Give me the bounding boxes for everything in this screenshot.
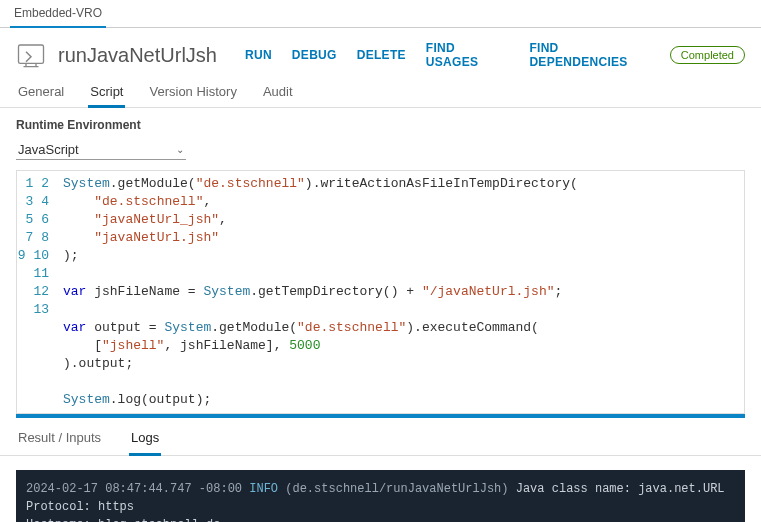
- svg-rect-0: [19, 45, 44, 63]
- tab-audit[interactable]: Audit: [261, 78, 295, 108]
- line-gutter: 1 2 3 4 5 6 7 8 9 10 11 12 13: [17, 171, 57, 413]
- status-badge: Completed: [670, 46, 745, 64]
- runtime-value: JavaScript: [18, 142, 79, 157]
- top-tab-bar: Embedded-VRO: [0, 0, 761, 28]
- delete-button[interactable]: DELETE: [357, 48, 406, 62]
- run-button[interactable]: RUN: [245, 48, 272, 62]
- sub-tabs: General Script Version History Audit: [0, 78, 761, 108]
- find-usages-button[interactable]: FIND USAGES: [426, 41, 510, 69]
- result-tabs: Result / Inputs Logs: [0, 418, 761, 456]
- tab-embedded-vro[interactable]: Embedded-VRO: [10, 0, 106, 28]
- action-icon: [16, 40, 46, 70]
- action-toolbar: RUN DEBUG DELETE FIND USAGES FIND DEPEND…: [245, 41, 658, 69]
- chevron-down-icon: ⌄: [176, 144, 184, 155]
- code-area[interactable]: System.getModule("de.stschnell").writeAc…: [57, 171, 744, 413]
- log-console[interactable]: 2024-02-17 08:47:44.747 -08:00 INFO (de.…: [16, 470, 745, 522]
- debug-button[interactable]: DEBUG: [292, 48, 337, 62]
- find-dependencies-button[interactable]: FIND DEPENDENCIES: [529, 41, 657, 69]
- tab-result-inputs[interactable]: Result / Inputs: [16, 426, 103, 456]
- action-header: runJavaNetUrlJsh RUN DEBUG DELETE FIND U…: [0, 28, 761, 78]
- runtime-label: Runtime Environment: [0, 108, 761, 136]
- code-editor[interactable]: 1 2 3 4 5 6 7 8 9 10 11 12 13 System.get…: [16, 170, 745, 414]
- tab-general[interactable]: General: [16, 78, 66, 108]
- runtime-select[interactable]: JavaScript ⌄: [16, 140, 186, 160]
- tab-logs[interactable]: Logs: [129, 426, 161, 456]
- tab-script[interactable]: Script: [88, 78, 125, 108]
- action-title: runJavaNetUrlJsh: [58, 44, 217, 67]
- tab-version-history[interactable]: Version History: [147, 78, 238, 108]
